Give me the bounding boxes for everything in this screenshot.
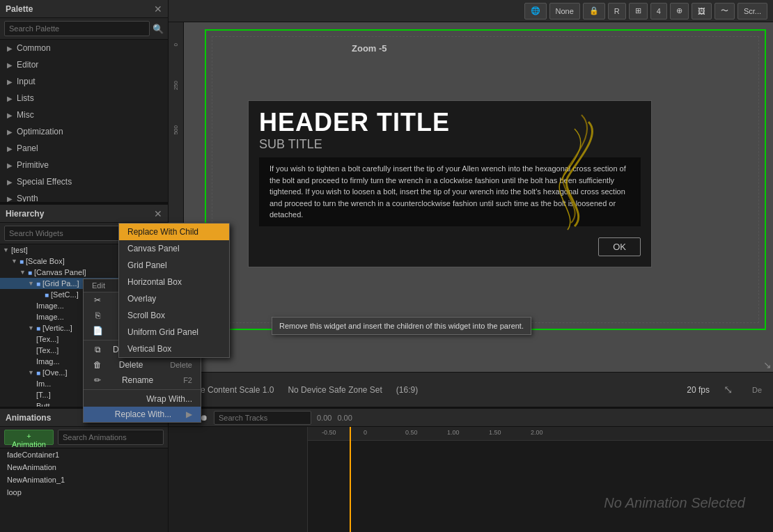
category-input[interactable]: ▶ Input <box>0 73 168 90</box>
search-palette-input[interactable] <box>4 21 150 36</box>
category-common[interactable]: ▶ Common <box>0 40 168 56</box>
de-indicator: De <box>752 386 762 394</box>
cut-label: Cut <box>125 295 138 305</box>
rename-shortcut: F2 <box>183 376 192 384</box>
context-separator-1 <box>84 340 201 341</box>
tree-item-scalebox[interactable]: ▼ ■ [Scale Box] 🔒 👁 <box>0 256 168 267</box>
timeline-mark-100: 1.00 <box>447 429 460 436</box>
paste-shortcut: Ctrl+V <box>171 327 192 335</box>
hierarchy-close-button[interactable]: ✕ <box>154 208 162 219</box>
image-button[interactable]: 🖼 <box>692 3 712 19</box>
tree-arrow-icon: ▼ <box>19 269 26 276</box>
anim-item-newanimation[interactable]: NewAnimation <box>0 461 168 474</box>
timeline-cursor[interactable] <box>350 427 351 532</box>
lock-button[interactable]: 🔒 <box>583 3 605 19</box>
fps-indicator: 20 fps <box>687 385 710 395</box>
arrow-icon: ▶ <box>7 95 13 102</box>
duplicate-shortcut: Ctrl+W <box>169 345 192 354</box>
arrow-icon: ▶ <box>7 178 13 186</box>
safe-zone-label: No Device Safe Zone Set <box>288 385 382 395</box>
timeline-mark-0: 0 <box>364 429 367 436</box>
add-animation-button[interactable]: + Animation <box>4 430 54 445</box>
submenu-arrow-icon: ▶ <box>186 409 192 419</box>
category-primitive[interactable]: ▶ Primitive <box>0 157 168 173</box>
palette-close-button[interactable]: ✕ <box>154 3 162 15</box>
category-optimization-label: Optimization <box>17 127 63 136</box>
category-misc[interactable]: ▶ Misc <box>0 107 168 123</box>
delete-shortcut: Delete <box>170 361 192 369</box>
arrow-icon: ▶ <box>7 128 13 136</box>
globe-button[interactable]: 🌐 <box>524 3 547 19</box>
palette-categories: ▶ Common ▶ Editor ▶ Input ▶ Lists ▶ Misc… <box>0 40 168 202</box>
context-wrap-with[interactable]: Wrap With... <box>84 391 201 407</box>
r-button[interactable]: R <box>608 3 626 19</box>
context-delete[interactable]: 🗑 Delete Delete <box>84 357 201 373</box>
arrow-icon: ▶ <box>7 78 13 86</box>
anim-item-fadecontainer[interactable]: fadeContainer1 <box>0 448 168 461</box>
tree-arrow-icon: ▼ <box>28 369 35 376</box>
context-cut[interactable]: ✂ Cut Ctrl+X <box>84 292 201 308</box>
lock-icon[interactable]: 🔒 <box>147 258 155 265</box>
tree-item-canvas-panel[interactable]: ▼ ■ [Canvas Panel] <box>0 267 168 278</box>
category-editor[interactable]: ▶ Editor <box>0 56 168 73</box>
tracks-time-display2: 0.00 <box>337 414 352 422</box>
resize-handle[interactable] <box>759 358 773 372</box>
ruler-left-250: 250 <box>173 81 179 90</box>
tree-node-icon: ■ <box>28 269 32 276</box>
category-panel[interactable]: ▶ Panel <box>0 140 168 157</box>
replace-label: Replace With... <box>115 409 171 419</box>
timeline-mark-150: 1.50 <box>489 429 501 436</box>
canvas-content: HEADER TITLE SUB TITLE If you wish to ti… <box>184 22 773 372</box>
context-replace-with[interactable]: Replace With... ▶ <box>84 407 201 422</box>
delete-icon: 🗑 <box>92 360 103 370</box>
grid-button[interactable]: ⊞ <box>629 3 648 19</box>
search-animations-input[interactable] <box>58 430 164 445</box>
animations-panel: Animations ✕ + Animation fadeContainer1 … <box>0 409 169 532</box>
screen-button[interactable]: Scr... <box>737 3 767 19</box>
anim-item-newanimation1[interactable]: NewAnimation_1 <box>0 474 168 486</box>
expand-button[interactable]: ⊕ <box>670 3 689 19</box>
category-special-effects[interactable]: ▶ Special Effects <box>0 173 168 190</box>
canvas-viewport[interactable]: 0 250 500 Zoom -5 HEADER TITLE SUB TITLE… <box>169 22 773 372</box>
context-paste[interactable]: 📄 Paste Ctrl+V <box>84 323 201 338</box>
search-widgets-input[interactable] <box>4 226 150 241</box>
rename-icon: ✏ <box>92 375 103 385</box>
wave-button[interactable]: 〜 <box>715 3 735 19</box>
copy-shortcut: Ctrl+C <box>171 311 192 320</box>
canvas-statusbar: Device Content Scale 1.0 No Device Safe … <box>169 372 773 407</box>
tree-arrow-icon: ▼ <box>3 247 10 253</box>
delete-label: Delete <box>119 360 143 370</box>
eye-icon[interactable]: 👁 <box>158 258 165 265</box>
paste-label: Paste <box>120 326 142 336</box>
tree-arrow-icon: ▼ <box>28 280 35 287</box>
ruler-left-0: 0 <box>173 43 179 46</box>
arrow-icon: ▶ <box>7 145 13 152</box>
anim-item-loop[interactable]: loop <box>0 486 168 499</box>
category-lists[interactable]: ▶ Lists <box>0 90 168 107</box>
category-optimization[interactable]: ▶ Optimization <box>0 123 168 140</box>
expand-icon[interactable]: ⤡ <box>724 383 733 396</box>
hierarchy-header: Hierarchy ✕ <box>0 205 168 223</box>
search-palette-container: 🔍 <box>0 18 168 40</box>
context-separator-2 <box>84 389 201 390</box>
search-tracks-input[interactable] <box>214 411 311 425</box>
category-input-label: Input <box>17 77 36 86</box>
aspect-label: (16:9) <box>396 385 418 395</box>
tracks-toolbar: ▶ ⏹ ⏺ 0.00 0.00 <box>169 409 773 427</box>
cut-icon: ✂ <box>92 295 103 305</box>
none-button[interactable]: None <box>549 3 580 19</box>
context-duplicate[interactable]: ⧉ Duplicate Ctrl+W <box>84 342 201 357</box>
paste-icon: 📄 <box>92 326 103 336</box>
context-copy[interactable]: ⎘ Copy Ctrl+C <box>84 308 201 323</box>
timeline-mark-050: 0.50 <box>405 429 418 436</box>
category-lists-label: Lists <box>17 93 34 103</box>
timeline-mark-neg050: -0.50 <box>322 429 336 436</box>
timeline: -0.50 0 0.50 1.00 1.50 2.00 No Animation… <box>308 427 773 532</box>
duplicate-label: Duplicate <box>113 345 148 354</box>
category-synth[interactable]: ▶ Synth <box>0 190 168 202</box>
category-common-label: Common <box>17 43 51 53</box>
context-rename[interactable]: ✏ Rename F2 <box>84 373 201 388</box>
tree-item-test[interactable]: ▼ [test] <box>0 244 168 256</box>
copy-label: Copy <box>121 311 141 320</box>
num-button[interactable]: 4 <box>650 3 667 19</box>
